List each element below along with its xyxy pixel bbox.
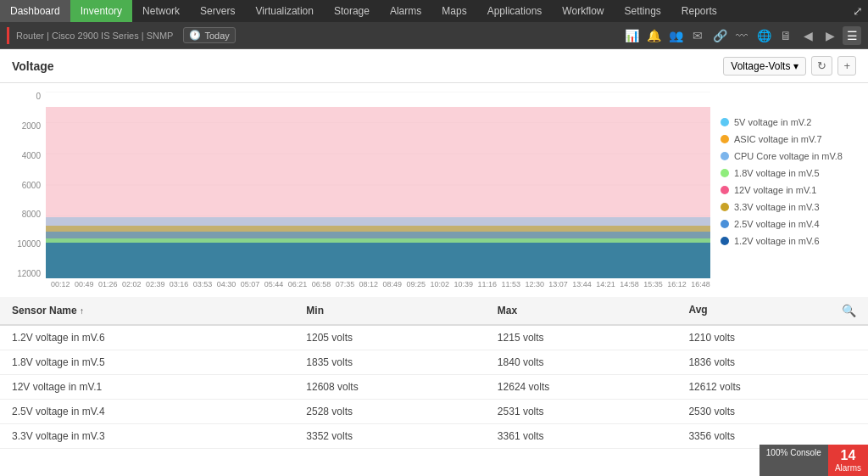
alarms-count: 14 <box>835 448 861 463</box>
monitor-icon[interactable]: 🖥 <box>776 26 795 45</box>
chart-area: 12000 10000 8000 6000 4000 2000 0 <box>0 83 868 297</box>
legend-item-4: 1.8V voltage in mV.5 <box>721 168 856 178</box>
nav-item-settings[interactable]: Settings <box>614 0 670 22</box>
chart-plot <box>46 92 710 278</box>
legend-dot-6 <box>721 203 729 211</box>
col-avg: Avg 🔍 <box>676 297 868 325</box>
table-row: 1.2V voltage in mV.6 1205 volts 1215 vol… <box>0 325 868 350</box>
chart-legend: 5V voltage in mV.2 ASIC voltage in mV.7 … <box>721 92 856 288</box>
legend-dot-8 <box>721 237 729 245</box>
nav-item-maps[interactable]: Maps <box>431 0 476 22</box>
legend-item-3: CPU Core voltage in mV.8 <box>721 151 856 161</box>
expand-icon[interactable]: ⤢ <box>848 0 868 22</box>
legend-dot-7 <box>721 220 729 228</box>
table-row: 12V voltage in mV.1 12608 volts 12624 vo… <box>0 375 868 400</box>
table-wrapper: Sensor Name Min Max Avg 🔍 1.2V voltage i… <box>0 297 868 449</box>
nav-item-storage[interactable]: Storage <box>324 0 380 22</box>
nav-item-virtualization[interactable]: Virtualization <box>245 0 323 22</box>
forward-icon[interactable]: ▶ <box>821 26 839 45</box>
left-border <box>7 27 9 44</box>
search-icon[interactable]: 🔍 <box>842 304 856 317</box>
nav-item-inventory[interactable]: Inventory <box>70 0 132 22</box>
group-icon[interactable]: 👥 <box>666 26 685 45</box>
nav-item-servers[interactable]: Servers <box>190 0 245 22</box>
legend-item-6: 3.3V voltage in mV.3 <box>721 202 856 212</box>
col-sensor[interactable]: Sensor Name <box>0 297 294 325</box>
alarms-badge[interactable]: 14 Alarms <box>828 445 868 476</box>
legend-dot-3 <box>721 152 729 160</box>
table-row: 2.5V voltage in mV.4 2528 volts 2531 vol… <box>0 400 868 424</box>
chart-svg <box>46 92 710 278</box>
col-max: Max <box>486 297 677 325</box>
back-icon[interactable]: ◀ <box>798 26 817 45</box>
data-table: Sensor Name Min Max Avg 🔍 1.2V voltage i… <box>0 297 868 449</box>
bottom-badges: 100% Console 14 Alarms <box>760 445 868 476</box>
globe-icon[interactable]: 🌐 <box>754 26 773 45</box>
legend-item-2: ASIC voltage in mV.7 <box>721 134 856 144</box>
top-nav: Dashboard Inventory Network Servers Virt… <box>0 0 868 22</box>
table-row: 3.3V voltage in mV.3 3352 volts 3361 vol… <box>0 424 868 449</box>
y-axis: 12000 10000 8000 6000 4000 2000 0 <box>12 92 46 278</box>
clock-icon: 🕐 <box>189 30 201 41</box>
legend-item-5: 12V voltage in mV.1 <box>721 185 856 195</box>
date-label: Today <box>204 31 229 41</box>
bell-icon[interactable]: 🔔 <box>644 26 663 45</box>
legend-dot-4 <box>721 169 729 177</box>
mail-icon[interactable]: ✉ <box>688 26 707 45</box>
legend-item-1: 5V voltage in mV.2 <box>721 117 856 127</box>
nav-item-reports[interactable]: Reports <box>671 0 727 22</box>
voltage-dropdown[interactable]: Voltage-Volts ▾ <box>723 57 806 76</box>
legend-item-8: 1.2V voltage in mV.6 <box>721 236 856 246</box>
col-min: Min <box>294 297 486 325</box>
console-pct: 100% <box>766 448 788 457</box>
x-axis: 00:12 00:49 01:26 02:02 02:39 03:16 03:5… <box>12 280 710 288</box>
table-row: 1.8V voltage in mV.5 1835 volts 1840 vol… <box>0 350 868 375</box>
alarms-label: Alarms <box>835 463 861 473</box>
nav-item-alarms[interactable]: Alarms <box>380 0 431 22</box>
chevron-down-icon: ▾ <box>793 60 798 72</box>
wave-icon[interactable]: 〰 <box>732 26 751 45</box>
legend-dot-5 <box>721 186 729 194</box>
svg-marker-13 <box>46 243 710 278</box>
panel-header: Voltage Voltage-Volts ▾ ↻ + <box>0 49 868 83</box>
legend-dot-1 <box>721 118 729 126</box>
refresh-button[interactable]: ↻ <box>811 56 832 76</box>
chart-container: 12000 10000 8000 6000 4000 2000 0 <box>12 92 710 278</box>
menu-icon[interactable]: ☰ <box>843 26 861 45</box>
console-label: Console <box>790 448 821 457</box>
chart-icon[interactable]: 📊 <box>622 26 641 45</box>
panel-controls: Voltage-Volts ▾ ↻ + <box>723 56 856 76</box>
link-icon[interactable]: 🔗 <box>710 26 729 45</box>
legend-dot-2 <box>721 135 729 143</box>
console-badge[interactable]: 100% Console <box>760 445 828 476</box>
panel-title: Voltage <box>12 59 54 73</box>
nav-item-applications[interactable]: Applications <box>477 0 553 22</box>
breadcrumb: Router | Cisco 2900 IS Series | SNMP <box>16 31 173 41</box>
subnav-icons: 📊 🔔 👥 ✉ 🔗 〰 🌐 🖥 ◀ ▶ ☰ <box>622 26 861 45</box>
add-button[interactable]: + <box>837 56 856 76</box>
sub-nav: Router | Cisco 2900 IS Series | SNMP 🕐 T… <box>0 22 868 49</box>
content-area: Voltage Voltage-Volts ▾ ↻ + 12000 10000 … <box>0 49 868 476</box>
nav-item-dashboard[interactable]: Dashboard <box>0 0 70 22</box>
nav-item-network[interactable]: Network <box>132 0 190 22</box>
chart-wrapper: 12000 10000 8000 6000 4000 2000 0 <box>12 92 710 288</box>
legend-item-7: 2.5V voltage in mV.4 <box>721 219 856 229</box>
date-button[interactable]: 🕐 Today <box>183 27 235 43</box>
dropdown-label: Voltage-Volts <box>731 60 790 72</box>
nav-item-workflow[interactable]: Workflow <box>552 0 614 22</box>
